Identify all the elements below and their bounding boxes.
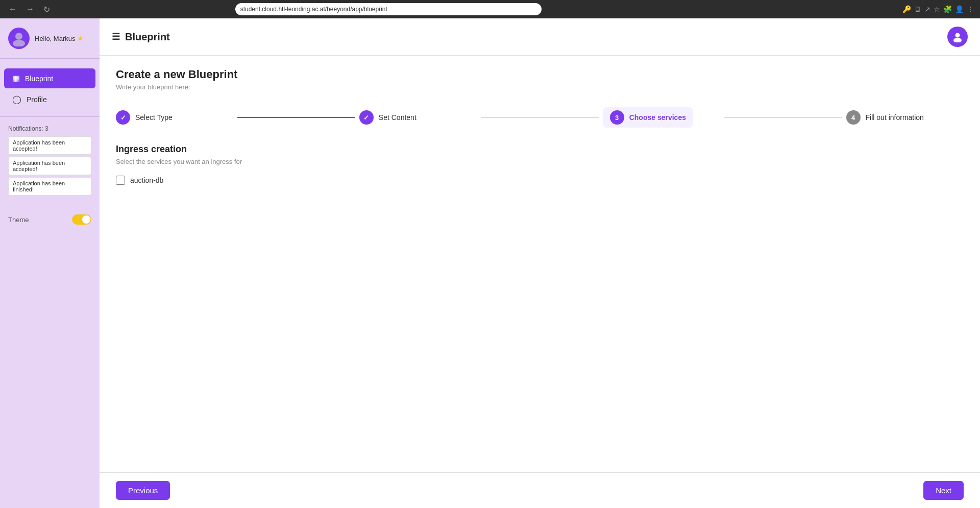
browser-icon-3: ↗ [924, 5, 930, 13]
svg-point-0 [15, 33, 22, 40]
step-choose-services: 3 Choose services [603, 107, 720, 128]
user-greeting: Hello, Markus ★ [35, 34, 84, 42]
next-button[interactable]: Next [923, 481, 964, 500]
sidebar-divider [0, 61, 100, 61]
notification-item-3: Application has been finished! [8, 177, 91, 196]
main-content: ☰ Blueprint Create a new Blueprint Write… [100, 18, 980, 508]
step-2-circle [359, 110, 374, 125]
step-3-circle: 3 [610, 110, 624, 125]
back-button[interactable]: ← [6, 4, 19, 15]
browser-actions: 🔑 🖥 ↗ ☆ 🧩 👤 ⋮ [902, 5, 974, 13]
page-content: Create a new Blueprint Write your bluepr… [100, 56, 980, 472]
sidebar-divider-2 [0, 116, 100, 117]
blueprint-nav-label: Blueprint [25, 75, 53, 83]
step-4-circle: 4 [846, 110, 861, 125]
app-header: ☰ Blueprint [100, 18, 980, 56]
notifications-section: Notifications: 3 Application has been ac… [0, 119, 100, 204]
svg-point-2 [955, 33, 960, 38]
notification-item-1: Application has been accepted! [8, 136, 91, 155]
notifications-title: Notifications: 3 [8, 125, 91, 132]
step-set-content: Set Content [359, 110, 477, 125]
app-header-title: ☰ Blueprint [112, 31, 170, 43]
browser-chrome: ← → ↻ student.cloud.htl-leonding.ac.at/b… [0, 0, 980, 18]
url-text: student.cloud.htl-leonding.ac.at/beeyond… [240, 6, 387, 13]
browser-icon-4: ☆ [934, 5, 940, 13]
step-1-checkmark [120, 114, 126, 122]
theme-section: Theme [0, 208, 100, 231]
theme-toggle[interactable] [72, 214, 91, 225]
sidebar-user: Hello, Markus ★ [0, 18, 100, 59]
service-label-auction-db[interactable]: auction-db [130, 176, 163, 184]
step-2-checkmark [363, 114, 369, 122]
browser-icon-7: ⋮ [967, 5, 974, 13]
step-1-circle [116, 110, 130, 125]
browser-icon-6: 👤 [955, 5, 964, 13]
profile-nav-label: Profile [27, 95, 47, 104]
service-row-auction-db: auction-db [116, 176, 964, 185]
step-1-label: Select Type [135, 113, 173, 122]
svg-point-3 [953, 38, 962, 42]
browser-icon-5: 🧩 [943, 5, 952, 13]
avatar [8, 28, 30, 49]
ingress-subtitle: Select the services you want an ingress … [116, 158, 964, 165]
step-4-label: Fill out information [866, 113, 924, 122]
header-avatar[interactable] [947, 27, 968, 47]
sidebar: Hello, Markus ★ ▦ Blueprint ◯ Profile No… [0, 18, 100, 508]
sidebar-divider-3 [0, 206, 100, 206]
step-3-label: Choose services [629, 113, 686, 122]
service-checkbox-auction-db[interactable] [116, 176, 125, 185]
hamburger-icon[interactable]: ☰ [112, 31, 120, 42]
connector-2 [481, 117, 598, 118]
app-layout: Hello, Markus ★ ▦ Blueprint ◯ Profile No… [0, 18, 980, 508]
step-3-number: 3 [615, 114, 619, 122]
svg-point-1 [13, 40, 25, 46]
blueprint-icon: ▦ [12, 74, 20, 83]
step-4-number: 4 [851, 114, 855, 122]
profile-icon: ◯ [12, 94, 21, 104]
sidebar-nav: ▦ Blueprint ◯ Profile [0, 63, 100, 114]
page-footer: Previous Next [100, 472, 980, 508]
star-icon: ★ [77, 34, 84, 42]
step-2-label: Set Content [379, 113, 416, 122]
step-select-type: Select Type [116, 110, 233, 125]
connector-1 [237, 117, 355, 118]
step-fill-out: 4 Fill out information [846, 110, 964, 125]
previous-button[interactable]: Previous [116, 481, 170, 500]
stepper: Select Type Set Content 3 [116, 107, 964, 128]
reload-button[interactable]: ↻ [41, 4, 53, 15]
sidebar-item-profile[interactable]: ◯ Profile [4, 89, 95, 109]
page-title: Create a new Blueprint [116, 68, 964, 81]
ingress-title: Ingress creation [116, 144, 964, 155]
notification-item-2: Application has been accepted! [8, 157, 91, 175]
browser-icon-2: 🖥 [914, 5, 921, 13]
step-3-active-bg: 3 Choose services [603, 107, 693, 128]
url-bar[interactable]: student.cloud.htl-leonding.ac.at/beeyond… [235, 3, 542, 15]
sidebar-item-blueprint[interactable]: ▦ Blueprint [4, 68, 95, 88]
theme-toggle-knob [82, 215, 90, 224]
app-title: Blueprint [125, 31, 170, 43]
theme-label: Theme [8, 216, 29, 224]
forward-button[interactable]: → [23, 4, 37, 15]
page-subtitle: Write your blueprint here: [116, 83, 964, 91]
browser-icon-1: 🔑 [902, 5, 911, 13]
connector-3 [724, 117, 842, 118]
